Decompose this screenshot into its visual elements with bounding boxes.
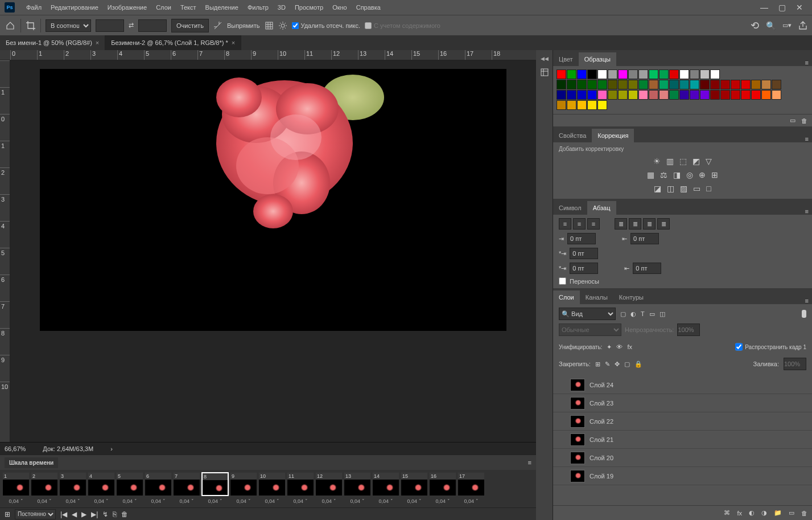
swatch[interactable]	[679, 80, 689, 89]
invert-icon[interactable]: ◪	[654, 184, 661, 193]
swatch[interactable]	[557, 80, 566, 89]
swatch[interactable]	[638, 80, 648, 89]
ratio-select[interactable]: В соотнош...	[46, 19, 91, 32]
swatch[interactable]	[690, 90, 699, 100]
swatch[interactable]	[720, 90, 730, 100]
swatch[interactable]	[659, 80, 669, 89]
levels-icon[interactable]: ▥	[666, 157, 674, 166]
fill-input[interactable]	[784, 358, 806, 370]
unify-position-icon[interactable]: ✦	[607, 343, 612, 351]
swatch[interactable]	[720, 80, 730, 89]
frame-duration[interactable]: 0,04 ˅	[145, 498, 172, 507]
layer-row[interactable]: Слой 21	[553, 431, 812, 449]
swatch[interactable]	[618, 80, 628, 89]
delete-crop-checkbox[interactable]: Удалить отсеч. пикс.	[292, 22, 361, 29]
frame-duration[interactable]: 0,04 ˅	[258, 498, 286, 507]
duplicate-frame-icon[interactable]: ⎘	[113, 510, 117, 518]
swatch[interactable]	[700, 80, 710, 89]
lock-pixels-icon[interactable]: ⊞	[595, 361, 600, 368]
swatch[interactable]	[751, 90, 761, 100]
loop-select[interactable]: Постоянно	[15, 509, 56, 519]
timeline-frame[interactable]: 4	[88, 472, 115, 496]
straighten-icon[interactable]	[213, 21, 222, 30]
first-frame-icon[interactable]: |◀	[60, 510, 67, 518]
swatch[interactable]	[659, 90, 669, 100]
frame-duration[interactable]: 0,04 ˅	[230, 498, 257, 507]
swatch[interactable]	[761, 90, 771, 100]
first-line-input[interactable]	[570, 248, 598, 259]
layer-filter-select[interactable]: 🔍 Вид	[559, 308, 616, 320]
canvas-viewport[interactable]	[10, 60, 536, 442]
swatch[interactable]	[649, 80, 658, 89]
menu-выделение[interactable]: Выделение	[201, 4, 243, 11]
panel-menu-icon[interactable]: ≡	[802, 208, 812, 215]
timeline-frame[interactable]: 13	[344, 472, 371, 496]
swatch[interactable]	[577, 90, 587, 100]
new-layer-icon[interactable]: ▭	[789, 509, 794, 517]
layer-name[interactable]: Слой 23	[590, 400, 613, 407]
swatch[interactable]	[761, 80, 771, 89]
frame-duration[interactable]: 0,04 ˅	[88, 498, 115, 507]
lock-move-icon[interactable]: ✥	[615, 361, 620, 368]
adjustment-layer-icon[interactable]: ◑	[761, 509, 767, 517]
lookup-icon[interactable]: ⊞	[711, 170, 718, 179]
tab-paragraph[interactable]: Абзац	[587, 201, 616, 215]
space-before-input[interactable]	[570, 263, 598, 274]
layer-thumbnail[interactable]	[570, 433, 585, 446]
tween-icon[interactable]: ↯	[102, 510, 108, 518]
swatch[interactable]	[597, 90, 607, 100]
swatch[interactable]	[669, 90, 679, 100]
swatch[interactable]	[649, 69, 658, 79]
layer-name[interactable]: Слой 21	[590, 436, 613, 443]
layer-row[interactable]: Слой 22	[553, 412, 812, 431]
frame-duration[interactable]: 0,04 ˅	[2, 498, 30, 507]
doc-size[interactable]: Док: 2,64M/63,3M	[43, 445, 93, 452]
share-icon[interactable]	[798, 21, 807, 30]
frame-duration[interactable]: 0,04 ˅	[173, 498, 200, 507]
swatch[interactable]	[700, 69, 710, 79]
tab-color[interactable]: Цвет	[553, 52, 579, 66]
workspace-icon[interactable]: ▭▾	[782, 22, 792, 29]
timeline-frame[interactable]: 3	[59, 472, 86, 496]
link-layers-icon[interactable]: ⌘	[724, 509, 730, 517]
timeline-frame[interactable]: 5	[116, 472, 143, 496]
swatch[interactable]	[628, 69, 638, 79]
timeline-tab[interactable]: Шкала времени	[5, 457, 58, 468]
photo-filter-icon[interactable]: ◎	[686, 170, 693, 179]
frame-duration[interactable]: 0,04 ˅	[116, 498, 143, 507]
align-left-icon[interactable]: ≡	[559, 218, 571, 230]
menu-фильтр[interactable]: Фильтр	[243, 4, 273, 11]
swatch[interactable]	[710, 80, 720, 89]
space-after-input[interactable]	[633, 263, 661, 274]
frame-duration[interactable]: 0,04 ˅	[31, 498, 58, 507]
filter-text-icon[interactable]: T	[641, 310, 645, 317]
swatch[interactable]	[700, 90, 710, 100]
panel-menu-icon[interactable]: ≡	[528, 459, 531, 466]
swatch[interactable]	[659, 69, 669, 79]
swatch[interactable]	[567, 69, 576, 79]
menu-просмотр[interactable]: Просмотр	[290, 4, 328, 11]
menu-редактирование[interactable]: Редактирование	[46, 4, 103, 11]
panel-menu-icon[interactable]: ≡	[802, 136, 812, 142]
selective-color-icon[interactable]: □	[706, 184, 711, 193]
swatch[interactable]	[628, 80, 638, 89]
tab-paths[interactable]: Контуры	[613, 290, 649, 304]
balance-icon[interactable]: ⚖	[660, 170, 667, 179]
crop-tool-icon[interactable]	[26, 21, 36, 31]
swatch[interactable]	[690, 80, 699, 89]
tab-channels[interactable]: Каналы	[580, 290, 613, 304]
layer-row[interactable]: Слой 24	[553, 376, 812, 394]
swatch[interactable]	[577, 100, 587, 110]
timeline-frame[interactable]: 2	[31, 472, 58, 496]
swatch[interactable]	[557, 69, 566, 79]
next-frame-icon[interactable]: ▶|	[91, 510, 98, 518]
layer-row[interactable]: Слой 20	[553, 449, 812, 467]
lock-artboard-icon[interactable]: ▢	[624, 361, 630, 368]
layer-row[interactable]: Слой 19	[553, 467, 812, 485]
swatch[interactable]	[628, 90, 638, 100]
layer-row[interactable]: Слой 23	[553, 394, 812, 412]
filter-smart-icon[interactable]: ◫	[660, 310, 665, 318]
justify-center-icon[interactable]: ≣	[629, 218, 641, 230]
filter-image-icon[interactable]: ▢	[620, 310, 626, 318]
tab-character[interactable]: Символ	[553, 201, 587, 215]
